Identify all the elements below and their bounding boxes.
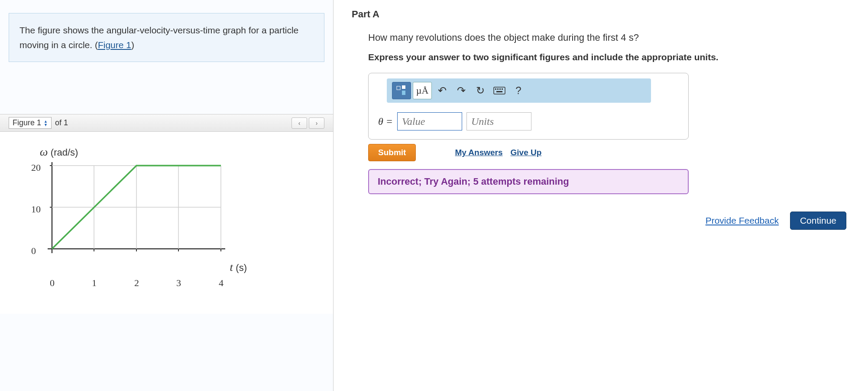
y-tick: 10 — [31, 204, 41, 215]
x-tick: 1 — [92, 277, 97, 289]
figure-selector-label: Figure 1 — [13, 118, 41, 127]
action-links: My Answers Give Up — [455, 148, 541, 157]
problem-text-post: ) — [131, 40, 134, 50]
fraction-icon — [396, 85, 407, 96]
question-text: How many revolutions does the object mak… — [368, 32, 855, 43]
answer-input-row: θ = — [378, 112, 683, 130]
bottom-actions: Provide Feedback Continue — [347, 212, 855, 230]
chevron-right-icon: › — [316, 120, 318, 127]
svg-rect-19 — [497, 88, 499, 90]
problem-text-pre: The figure shows the angular-velocity-ve… — [19, 25, 298, 50]
svg-rect-16 — [402, 91, 405, 95]
reset-icon: ↻ — [476, 85, 485, 97]
figure-nav: ‹ › — [291, 117, 324, 129]
svg-rect-21 — [502, 88, 503, 90]
redo-icon: ↷ — [457, 85, 466, 97]
left-panel: The figure shows the angular-velocity-ve… — [0, 0, 334, 391]
x-tick: 3 — [176, 277, 181, 289]
units-input[interactable] — [466, 112, 531, 130]
stepper-icon: ▲▼ — [44, 120, 48, 127]
units-label: µÅ — [416, 85, 429, 96]
keyboard-icon — [493, 87, 505, 94]
chevron-left-icon: ‹ — [298, 120, 301, 127]
y-tick: 0 — [31, 245, 36, 257]
x-tick: 2 — [134, 277, 139, 289]
figure-next-button[interactable]: › — [309, 117, 324, 129]
units-button[interactable]: µÅ — [413, 82, 432, 99]
value-input[interactable] — [397, 112, 462, 130]
help-label: ? — [515, 85, 521, 97]
feedback-message: Incorrect; Try Again; 5 attempts remaini… — [368, 169, 689, 194]
reset-button[interactable]: ↻ — [472, 82, 489, 99]
y-axis-label: ω (rad/s) — [40, 146, 78, 159]
provide-feedback-link[interactable]: Provide Feedback — [706, 215, 779, 226]
part-title: Part A — [352, 9, 855, 20]
redo-button[interactable]: ↷ — [453, 82, 470, 99]
svg-rect-20 — [499, 88, 501, 90]
continue-button[interactable]: Continue — [790, 212, 846, 230]
figure-prev-button[interactable]: ‹ — [291, 117, 307, 129]
figure-toolbar: Figure 1 ▲▼ of 1 ‹ › — [0, 114, 333, 132]
svg-rect-15 — [402, 85, 405, 89]
submit-button[interactable]: Submit — [368, 144, 416, 161]
undo-icon: ↶ — [438, 85, 447, 97]
svg-rect-14 — [397, 86, 400, 90]
submit-row: Submit My Answers Give Up — [368, 144, 855, 161]
svg-rect-22 — [496, 91, 502, 92]
equation-toolbar: µÅ ↶ ↷ ↻ ? — [387, 78, 651, 103]
answer-box: µÅ ↶ ↷ ↻ ? θ = — [368, 73, 689, 140]
figure-selector[interactable]: Figure 1 ▲▼ — [9, 117, 52, 129]
my-answers-link[interactable]: My Answers — [455, 148, 502, 157]
help-button[interactable]: ? — [510, 82, 527, 99]
instruction-text: Express your answer to two significant f… — [368, 52, 855, 62]
give-up-link[interactable]: Give Up — [511, 148, 542, 157]
figure-count: of 1 — [55, 118, 68, 127]
variable-symbol: θ = — [378, 116, 393, 127]
template-button[interactable] — [392, 82, 411, 99]
angular-velocity-chart: ω (rad/s) t (s) 20 10 0 0 1 2 3 4 — [26, 149, 243, 297]
keyboard-button[interactable] — [491, 82, 508, 99]
plot-svg — [48, 162, 230, 262]
figure-link[interactable]: Figure 1 — [98, 40, 131, 50]
right-panel: Part A How many revolutions does the obj… — [334, 0, 868, 391]
y-tick: 20 — [31, 162, 41, 173]
svg-rect-18 — [495, 88, 496, 90]
x-tick: 4 — [219, 277, 223, 289]
svg-rect-17 — [494, 87, 505, 94]
undo-button[interactable]: ↶ — [434, 82, 451, 99]
x-axis-label: t (s) — [230, 261, 247, 274]
problem-description: The figure shows the angular-velocity-ve… — [9, 13, 324, 62]
figure-area: ω (rad/s) t (s) 20 10 0 0 1 2 3 4 — [0, 132, 333, 314]
x-tick: 0 — [50, 277, 55, 289]
